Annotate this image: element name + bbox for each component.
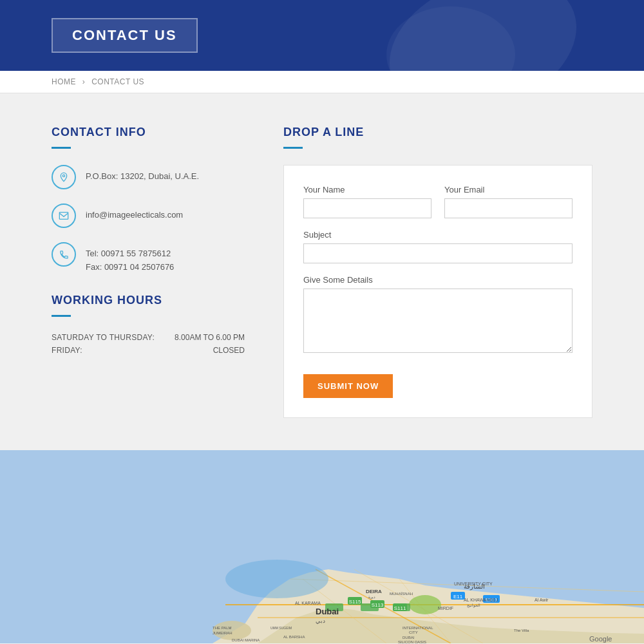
friday-label: FRIDAY: xyxy=(52,346,82,355)
svg-point-0 xyxy=(62,175,64,176)
svg-text:S115: S115 xyxy=(349,599,361,605)
contact-info-title: CONTACT INFO xyxy=(52,126,245,139)
form-row-subject: Subject xyxy=(303,230,573,263)
submit-button[interactable]: SUBMIT NOW xyxy=(303,374,393,398)
svg-text:JUMEIRAH: JUMEIRAH xyxy=(213,631,232,635)
svg-text:SILICON OASIS: SILICON OASIS xyxy=(398,640,426,643)
form-row-details: Give Some Details xyxy=(303,275,573,353)
svg-text:DUBAI: DUBAI xyxy=(402,636,415,639)
svg-text:Google: Google xyxy=(589,635,612,643)
svg-point-29 xyxy=(225,560,328,598)
main-content: CONTACT INFO P.O.Box: 13202, Dubai, U.A.… xyxy=(0,93,644,450)
svg-point-12 xyxy=(409,595,441,614)
page-header: CONTACT US xyxy=(0,0,644,71)
contact-info-section: CONTACT INFO P.O.Box: 13202, Dubai, U.A.… xyxy=(52,126,245,274)
hours-table: SATURDAY TO THURSDAY: 8.00AM TO 6.00 PM … xyxy=(52,333,245,355)
contact-form-box: Your Name Your Email Subject Give Some D… xyxy=(283,165,592,418)
svg-text:AL KHAWANEEJ: AL KHAWANEEJ xyxy=(464,598,498,602)
svg-text:CITY: CITY xyxy=(409,630,418,634)
hours-row-weekday: SATURDAY TO THURSDAY: 8.00AM TO 6.00 PM xyxy=(52,333,245,342)
subject-label: Subject xyxy=(303,230,573,240)
svg-text:UMM SUGEIM: UMM SUGEIM xyxy=(270,626,292,630)
svg-text:UNIVERSITY CITY: UNIVERSITY CITY xyxy=(454,582,493,586)
breadcrumb: HOME › CONTACT US xyxy=(0,71,644,93)
name-label: Your Name xyxy=(303,185,431,194)
svg-text:MIRDIF: MIRDIF xyxy=(438,606,453,611)
svg-text:The Villa: The Villa xyxy=(514,629,529,632)
subject-input[interactable] xyxy=(303,243,573,263)
svg-text:S111: S111 xyxy=(394,605,406,611)
svg-text:Al Awir: Al Awir xyxy=(535,598,549,602)
svg-text:INTERNATIONAL: INTERNATIONAL xyxy=(402,626,433,630)
map-section: Dubai دبي الشارقة S115 S113 S111 E11 E31… xyxy=(0,450,644,643)
map-svg: Dubai دبي الشارقة S115 S113 S111 E11 E31… xyxy=(0,450,644,643)
page-title: CONTACT US xyxy=(72,27,177,43)
phone-icon xyxy=(52,242,76,267)
svg-text:دبي: دبي xyxy=(316,618,325,624)
svg-text:AL KARAMA: AL KARAMA xyxy=(295,601,321,605)
svg-text:AL BARSHA: AL BARSHA xyxy=(283,635,305,639)
details-textarea[interactable] xyxy=(303,289,573,353)
name-input[interactable] xyxy=(303,198,431,218)
drop-a-line-title: DROP A LINE xyxy=(283,126,592,139)
drop-a-line-underline xyxy=(283,147,303,149)
form-group-email: Your Email xyxy=(444,185,573,218)
form-group-subject: Subject xyxy=(303,230,573,263)
contact-phone-item: Tel: 00971 55 7875612 Fax: 00971 04 2507… xyxy=(52,242,245,274)
svg-point-30 xyxy=(213,621,251,640)
svg-text:DEIRA: DEIRA xyxy=(366,589,382,594)
weekday-label: SATURDAY TO THURSDAY: xyxy=(52,333,155,342)
hours-row-friday: FRIDAY: CLOSED xyxy=(52,346,245,355)
working-hours-title: WORKING HOURS xyxy=(52,294,245,307)
email-icon xyxy=(52,204,76,228)
svg-text:ديرة: ديرة xyxy=(368,595,375,600)
email-input[interactable] xyxy=(444,198,573,218)
phone-text: Tel: 00971 55 7875612 Fax: 00971 04 2507… xyxy=(86,242,174,274)
contact-address-item: P.O.Box: 13202, Dubai, U.A.E. xyxy=(52,165,245,189)
weekday-value: 8.00AM TO 6.00 PM xyxy=(175,333,245,342)
working-hours-section: WORKING HOURS SATURDAY TO THURSDAY: 8.00… xyxy=(52,294,245,355)
svg-text:الخوانيج: الخوانيج xyxy=(467,603,480,608)
svg-rect-1 xyxy=(59,213,68,220)
svg-text:S113: S113 xyxy=(372,602,384,608)
email-label: Your Email xyxy=(444,185,573,194)
svg-text:THE PALM: THE PALM xyxy=(213,626,232,630)
details-label: Give Some Details xyxy=(303,275,573,285)
location-icon xyxy=(52,165,76,189)
breadcrumb-current: CONTACT US xyxy=(91,77,144,86)
form-group-name: Your Name xyxy=(303,185,431,218)
working-hours-underline xyxy=(52,315,71,317)
svg-text:E11: E11 xyxy=(453,594,463,600)
svg-text:Dubai: Dubai xyxy=(316,607,339,616)
form-group-details: Give Some Details xyxy=(303,275,573,353)
contact-info-underline xyxy=(52,147,71,149)
svg-text:MUHAÏSNAH: MUHAÏSNAH xyxy=(390,592,413,596)
header-title-box: CONTACT US xyxy=(52,18,198,53)
breadcrumb-separator: › xyxy=(82,77,86,86)
right-column: DROP A LINE Your Name Your Email Subject xyxy=(283,126,592,418)
left-column: CONTACT INFO P.O.Box: 13202, Dubai, U.A.… xyxy=(52,126,245,418)
email-text: info@imageelecticals.com xyxy=(86,204,183,222)
breadcrumb-home[interactable]: HOME xyxy=(52,77,76,86)
form-row-name-email: Your Name Your Email xyxy=(303,185,573,218)
address-text: P.O.Box: 13202, Dubai, U.A.E. xyxy=(86,165,199,184)
svg-text:DUBAI MARINA: DUBAI MARINA xyxy=(232,638,260,642)
contact-email-item: info@imageelecticals.com xyxy=(52,204,245,228)
friday-value: CLOSED xyxy=(213,346,245,355)
